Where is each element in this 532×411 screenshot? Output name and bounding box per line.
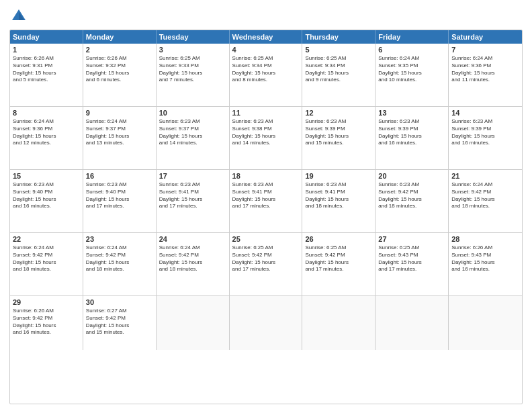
cell-text: Sunrise: 6:25 AM <box>305 55 372 62</box>
cell-text: Sunset: 9:41 PM <box>232 189 300 196</box>
cell-text: Daylight: 15 hours <box>13 133 80 140</box>
cell-text: and 6 minutes. <box>86 77 153 84</box>
calendar-week-0: 1Sunrise: 6:26 AMSunset: 9:31 PMDaylight… <box>10 44 522 107</box>
cell-text: Sunrise: 6:23 AM <box>232 118 300 126</box>
cell-text: Sunrise: 6:23 AM <box>305 181 372 189</box>
header-day-tuesday: Tuesday <box>157 30 230 44</box>
cell-text: Sunrise: 6:25 AM <box>232 55 300 62</box>
cell-text: and 18 minutes. <box>13 266 80 273</box>
cell-text: Sunset: 9:37 PM <box>159 126 226 133</box>
day-number: 28 <box>451 235 519 243</box>
calendar-day-15: 15Sunrise: 6:23 AMSunset: 9:40 PMDayligh… <box>10 170 83 232</box>
cell-text: Daylight: 15 hours <box>159 70 226 77</box>
calendar-day-22: 22Sunrise: 6:24 AMSunset: 9:42 PMDayligh… <box>10 233 83 295</box>
cell-text: and 17 minutes. <box>232 266 300 273</box>
cell-text: Daylight: 15 hours <box>232 196 300 203</box>
header-day-sunday: Sunday <box>10 30 83 44</box>
cell-text: Sunset: 9:41 PM <box>159 189 226 196</box>
calendar-day-3: 3Sunrise: 6:25 AMSunset: 9:33 PMDaylight… <box>157 44 230 106</box>
calendar-day-4: 4Sunrise: 6:25 AMSunset: 9:34 PMDaylight… <box>230 44 303 106</box>
cell-text: Daylight: 15 hours <box>232 259 300 267</box>
calendar-day-26: 26Sunrise: 6:25 AMSunset: 9:42 PMDayligh… <box>302 233 375 295</box>
calendar-day-27: 27Sunrise: 6:25 AMSunset: 9:43 PMDayligh… <box>375 233 449 295</box>
calendar-day-empty <box>157 296 230 350</box>
cell-text: and 18 minutes. <box>378 203 445 210</box>
cell-text: Daylight: 15 hours <box>13 196 80 203</box>
day-number: 27 <box>378 235 445 243</box>
day-number: 20 <box>378 172 445 180</box>
cell-text: and 14 minutes. <box>232 140 300 147</box>
cell-text: Daylight: 15 hours <box>378 259 445 267</box>
calendar-day-empty <box>302 296 375 350</box>
calendar: SundayMondayTuesdayWednesdayThursdayFrid… <box>9 30 523 404</box>
cell-text: Sunrise: 6:23 AM <box>159 181 226 189</box>
cell-text: Sunset: 9:41 PM <box>305 189 372 196</box>
calendar-day-empty <box>230 296 303 350</box>
logo-icon <box>9 7 28 26</box>
calendar-day-11: 11Sunrise: 6:23 AMSunset: 9:38 PMDayligh… <box>230 107 303 169</box>
day-number: 14 <box>451 109 519 117</box>
cell-text: Sunset: 9:40 PM <box>13 189 80 196</box>
cell-text: and 15 minutes. <box>86 329 153 336</box>
calendar-week-4: 29Sunrise: 6:26 AMSunset: 9:42 PMDayligh… <box>10 296 522 350</box>
cell-text: Sunset: 9:39 PM <box>378 126 445 133</box>
calendar-day-7: 7Sunrise: 6:24 AMSunset: 9:36 PMDaylight… <box>449 44 522 106</box>
cell-text: and 14 minutes. <box>159 140 226 147</box>
cell-text: Sunrise: 6:25 AM <box>232 244 300 252</box>
calendar-body: 1Sunrise: 6:26 AMSunset: 9:31 PMDaylight… <box>10 44 522 350</box>
cell-text: and 15 minutes. <box>305 140 372 147</box>
calendar-header: SundayMondayTuesdayWednesdayThursdayFrid… <box>10 30 522 44</box>
calendar-day-20: 20Sunrise: 6:23 AMSunset: 9:42 PMDayligh… <box>375 170 449 232</box>
cell-text: Sunrise: 6:25 AM <box>159 55 226 62</box>
cell-text: and 7 minutes. <box>159 77 226 84</box>
calendar-day-28: 28Sunrise: 6:26 AMSunset: 9:43 PMDayligh… <box>449 233 522 295</box>
cell-text: Sunset: 9:42 PM <box>86 252 153 259</box>
day-number: 17 <box>159 172 226 180</box>
cell-text: Sunset: 9:42 PM <box>451 189 519 196</box>
cell-text: and 18 minutes. <box>451 203 519 210</box>
cell-text: Sunrise: 6:24 AM <box>451 55 519 62</box>
cell-text: Daylight: 15 hours <box>159 196 226 203</box>
calendar-day-10: 10Sunrise: 6:23 AMSunset: 9:37 PMDayligh… <box>157 107 230 169</box>
cell-text: Daylight: 15 hours <box>378 133 445 140</box>
cell-text: Sunrise: 6:23 AM <box>13 181 80 189</box>
cell-text: and 17 minutes. <box>305 266 372 273</box>
cell-text: Daylight: 15 hours <box>86 70 153 77</box>
cell-text: Daylight: 15 hours <box>13 70 80 77</box>
cell-text: Sunrise: 6:24 AM <box>86 118 153 126</box>
cell-text: Sunset: 9:42 PM <box>13 252 80 259</box>
day-number: 24 <box>159 235 226 243</box>
calendar-day-8: 8Sunrise: 6:24 AMSunset: 9:36 PMDaylight… <box>10 107 83 169</box>
day-number: 26 <box>305 235 372 243</box>
cell-text: Sunset: 9:38 PM <box>232 126 300 133</box>
cell-text: and 16 minutes. <box>451 266 519 273</box>
cell-text: Sunrise: 6:26 AM <box>451 244 519 252</box>
day-number: 6 <box>378 46 445 54</box>
day-number: 30 <box>86 298 153 306</box>
header-day-thursday: Thursday <box>302 30 375 44</box>
cell-text: Daylight: 15 hours <box>86 196 153 203</box>
calendar-week-3: 22Sunrise: 6:24 AMSunset: 9:42 PMDayligh… <box>10 233 522 296</box>
cell-text: Sunrise: 6:25 AM <box>378 244 445 252</box>
cell-text: and 16 minutes. <box>378 140 445 147</box>
cell-text: and 18 minutes. <box>159 266 226 273</box>
calendar-day-21: 21Sunrise: 6:24 AMSunset: 9:42 PMDayligh… <box>449 170 522 232</box>
calendar-week-2: 15Sunrise: 6:23 AMSunset: 9:40 PMDayligh… <box>10 170 522 233</box>
calendar-day-24: 24Sunrise: 6:24 AMSunset: 9:42 PMDayligh… <box>157 233 230 295</box>
cell-text: and 17 minutes. <box>159 203 226 210</box>
cell-text: and 17 minutes. <box>232 203 300 210</box>
cell-text: Sunrise: 6:25 AM <box>305 244 372 252</box>
cell-text: Daylight: 15 hours <box>86 259 153 267</box>
cell-text: Daylight: 15 hours <box>86 133 153 140</box>
cell-text: Daylight: 15 hours <box>378 70 445 77</box>
day-number: 5 <box>305 46 372 54</box>
cell-text: Sunset: 9:36 PM <box>451 62 519 70</box>
cell-text: Daylight: 15 hours <box>159 133 226 140</box>
cell-text: Sunrise: 6:23 AM <box>378 118 445 126</box>
cell-text: and 18 minutes. <box>86 266 153 273</box>
cell-text: and 16 minutes. <box>451 140 519 147</box>
calendar-day-2: 2Sunrise: 6:26 AMSunset: 9:32 PMDaylight… <box>83 44 157 106</box>
cell-text: Daylight: 15 hours <box>232 133 300 140</box>
calendar-day-6: 6Sunrise: 6:24 AMSunset: 9:35 PMDaylight… <box>375 44 449 106</box>
cell-text: Sunset: 9:34 PM <box>232 62 300 70</box>
